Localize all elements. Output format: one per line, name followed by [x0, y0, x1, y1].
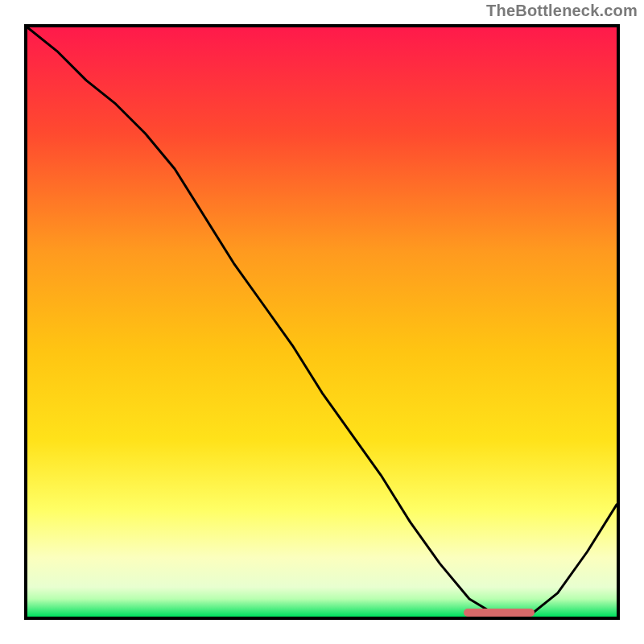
plot-area [24, 24, 620, 620]
bottleneck-curve [27, 27, 617, 617]
watermark-text: TheBottleneck.com [486, 2, 638, 20]
curve-svg [27, 27, 617, 617]
chart-container: TheBottleneck.com [0, 0, 644, 644]
optimal-range-marker [464, 609, 535, 617]
